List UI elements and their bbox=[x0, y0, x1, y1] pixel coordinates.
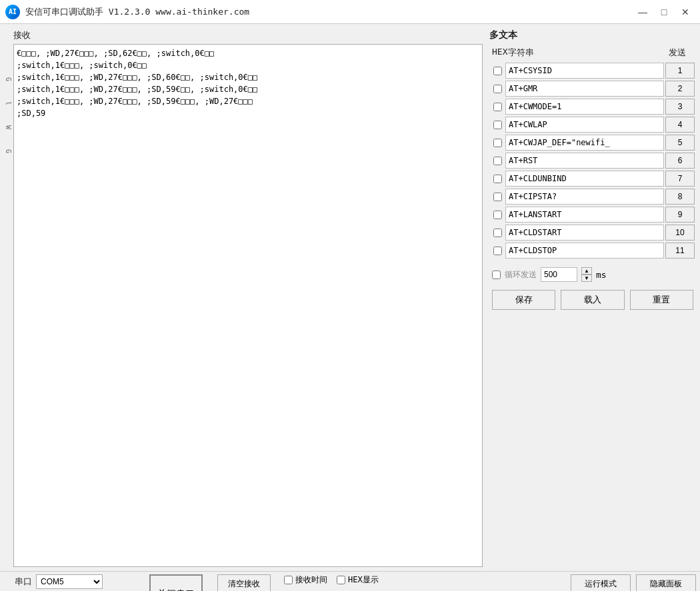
loop-send-label: 循环发送 bbox=[505, 269, 537, 281]
multitext-row-send-btn[interactable]: 11 bbox=[665, 243, 695, 259]
multitext-row: 4 bbox=[489, 117, 696, 133]
multitext-row-send-btn[interactable]: 4 bbox=[665, 117, 695, 133]
multitext-row-send-btn[interactable]: 10 bbox=[665, 225, 695, 241]
left-strip-w: W bbox=[0, 125, 12, 129]
recv-options: 接收时间 HEX显示 自动换行 bbox=[284, 574, 379, 591]
opt-row1: 接收时间 HEX显示 bbox=[284, 574, 379, 586]
multitext-row-send-btn[interactable]: 8 bbox=[665, 189, 695, 205]
multitext-row: 3 bbox=[489, 99, 696, 115]
mode-buttons: 运行模式 隐藏面板 下载模式 显示历史 bbox=[571, 574, 696, 591]
load-multitext-btn[interactable]: 载入 bbox=[561, 290, 624, 310]
multitext-actions: 保存 载入 重置 bbox=[489, 290, 696, 310]
main-container: G l W G 接收 €□□□, ;WD,27€□□□, ;SD,62€□□, … bbox=[0, 24, 700, 571]
loop-send-unit: ms bbox=[596, 270, 607, 280]
left-strip-l: l bbox=[0, 101, 12, 105]
loop-down-btn[interactable]: ▼ bbox=[581, 275, 592, 282]
left-strip-g1: G bbox=[0, 77, 12, 81]
multitext-row: 9 bbox=[489, 207, 696, 223]
multitext-row-input[interactable] bbox=[505, 153, 664, 169]
multitext-row-send-btn[interactable]: 5 bbox=[665, 135, 695, 151]
multitext-row-send-btn[interactable]: 7 bbox=[665, 171, 695, 187]
multitext-row: 6 bbox=[489, 153, 696, 169]
multitext-label: 多文本 bbox=[489, 29, 696, 41]
hex-display-label: HEX显示 bbox=[348, 574, 379, 586]
recv-label: 接收 bbox=[13, 29, 483, 41]
run-mode-btn[interactable]: 运行模式 bbox=[571, 574, 631, 591]
multitext-row-input[interactable] bbox=[505, 207, 664, 223]
multitext-row: 1 bbox=[489, 63, 696, 79]
multitext-row: 11 bbox=[489, 243, 696, 259]
hide-panel-btn[interactable]: 隐藏面板 bbox=[636, 574, 696, 591]
recv-time-opt: 接收时间 bbox=[284, 574, 327, 586]
multitext-row-checkbox[interactable] bbox=[493, 211, 502, 219]
multitext-row-input[interactable] bbox=[505, 171, 664, 187]
recv-time-label: 接收时间 bbox=[295, 574, 327, 586]
recv-section: 接收 €□□□, ;WD,27€□□□, ;SD,62€□□, ;switch,… bbox=[13, 29, 483, 567]
multitext-row-input[interactable] bbox=[505, 189, 664, 205]
clear-recv-btn[interactable]: 清空接收 bbox=[217, 574, 271, 591]
port-label: 串口 bbox=[4, 576, 32, 588]
multitext-header: HEX 字符串 发送 bbox=[489, 47, 696, 60]
recv-box[interactable]: €□□□, ;WD,27€□□□, ;SD,62€□□, ;switch,0€□… bbox=[13, 44, 483, 567]
multitext-row-checkbox[interactable] bbox=[493, 247, 502, 255]
multitext-row-send-btn[interactable]: 6 bbox=[665, 153, 695, 169]
multitext-row-input[interactable] bbox=[505, 117, 664, 133]
minimize-button[interactable]: — bbox=[633, 4, 652, 20]
multitext-row-send-btn[interactable]: 2 bbox=[665, 81, 695, 97]
title-bar: AI 安信可串口调试助手 V1.2.3.0 www.ai-thinker.com… bbox=[0, 0, 700, 24]
multitext-row-send-btn[interactable]: 1 bbox=[665, 63, 695, 79]
app-title: 安信可串口调试助手 V1.2.3.0 www.ai-thinker.com bbox=[25, 6, 633, 18]
multitext-row-checkbox[interactable] bbox=[493, 85, 502, 93]
loop-spinner: ▲ ▼ bbox=[581, 267, 592, 282]
hex-display-checkbox[interactable] bbox=[337, 576, 345, 584]
string-col-header: 字符串 bbox=[508, 47, 661, 59]
maximize-button[interactable]: □ bbox=[655, 4, 673, 20]
hex-col-header: HEX bbox=[492, 47, 508, 59]
hex-display-opt: HEX显示 bbox=[337, 574, 379, 586]
multitext-row-input[interactable] bbox=[505, 225, 664, 241]
multitext-row-input[interactable] bbox=[505, 243, 664, 259]
close-button[interactable]: ✕ bbox=[676, 4, 695, 20]
multitext-row-checkbox[interactable] bbox=[493, 67, 502, 75]
loop-send-row: 循环发送 ▲ ▼ ms bbox=[489, 267, 696, 282]
multitext-row: 2 bbox=[489, 81, 696, 97]
center-panel: 接收 €□□□, ;WD,27€□□□, ;SD,62€□□, ;switch,… bbox=[12, 24, 487, 571]
multitext-row-checkbox[interactable] bbox=[493, 229, 502, 237]
port-row: 串口 COM5 bbox=[4, 574, 137, 589]
loop-send-checkbox[interactable] bbox=[492, 271, 501, 279]
left-strip: G l W G bbox=[0, 24, 12, 571]
loop-up-btn[interactable]: ▲ bbox=[581, 267, 592, 275]
multitext-row-checkbox[interactable] bbox=[493, 103, 502, 111]
multitext-row-send-btn[interactable]: 3 bbox=[665, 99, 695, 115]
multitext-row: 5 bbox=[489, 135, 696, 151]
multitext-row-checkbox[interactable] bbox=[493, 157, 502, 165]
right-panel: 多文本 HEX 字符串 发送 1234567891011 循环发送 ▲ ▼ ms… bbox=[487, 24, 700, 571]
port-select[interactable]: COM5 bbox=[36, 574, 103, 589]
multitext-row-input[interactable] bbox=[505, 63, 664, 79]
window-controls: — □ ✕ bbox=[633, 4, 695, 20]
multitext-row-send-btn[interactable]: 9 bbox=[665, 207, 695, 223]
loop-send-input[interactable] bbox=[541, 267, 577, 282]
port-settings: 串口 COM5 波特率 115200 数据位 8 检验位 No bbox=[4, 574, 137, 591]
bottom-controls: 串口 COM5 波特率 115200 数据位 8 检验位 No bbox=[0, 571, 700, 591]
multitext-row-input[interactable] bbox=[505, 135, 664, 151]
multitext-row: 10 bbox=[489, 225, 696, 241]
recv-time-checkbox[interactable] bbox=[284, 576, 293, 584]
multitext-rows: 1234567891011 bbox=[489, 63, 696, 261]
multitext-row: 8 bbox=[489, 189, 696, 205]
controls-row1: 串口 COM5 波特率 115200 数据位 8 检验位 No bbox=[4, 574, 696, 591]
multitext-row-checkbox[interactable] bbox=[493, 193, 502, 201]
send-col-header: 发送 bbox=[661, 47, 693, 59]
multitext-row-checkbox[interactable] bbox=[493, 139, 502, 147]
multitext-row-checkbox[interactable] bbox=[493, 121, 502, 129]
reset-multitext-btn[interactable]: 重置 bbox=[630, 290, 693, 310]
multitext-row-input[interactable] bbox=[505, 99, 664, 115]
open-close-port-btn[interactable]: 关闭串口 bbox=[149, 574, 203, 591]
left-strip-g2: G bbox=[0, 149, 12, 153]
save-multitext-btn[interactable]: 保存 bbox=[492, 290, 555, 310]
multitext-row: 7 bbox=[489, 171, 696, 187]
multitext-row-checkbox[interactable] bbox=[493, 175, 502, 183]
recv-content: €□□□, ;WD,27€□□□, ;SD,62€□□, ;switch,0€□… bbox=[17, 47, 479, 119]
multitext-row-input[interactable] bbox=[505, 81, 664, 97]
app-logo: AI bbox=[5, 5, 20, 19]
